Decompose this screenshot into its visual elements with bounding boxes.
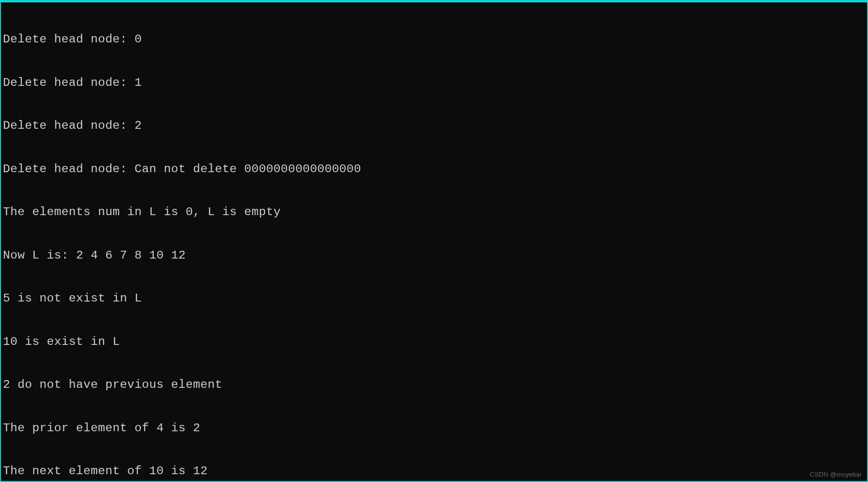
output-line: Delete head node: 2	[3, 119, 865, 133]
output-line: Delete head node: Can not delete 0000000…	[3, 162, 865, 177]
output-line: Now L is: 2 4 6 7 8 10 12	[3, 248, 865, 263]
output-line: The elements num in L is 0, L is empty	[3, 205, 865, 220]
output-line: 5 is not exist in L	[3, 291, 865, 306]
terminal-output: Delete head node: 0 Delete head node: 1 …	[1, 2, 867, 482]
terminal-window[interactable]: Delete head node: 0 Delete head node: 1 …	[0, 0, 868, 482]
output-line: 2 do not have previous element	[3, 378, 865, 392]
output-line: The next element of 10 is 12	[3, 464, 865, 479]
output-line: 10 is exist in L	[3, 335, 865, 349]
output-line: Delete head node: 0	[3, 32, 865, 47]
watermark-text: CSDN @moyebai	[810, 471, 861, 478]
output-line: The prior element of 4 is 2	[3, 421, 865, 436]
output-line: Delete head node: 1	[3, 76, 865, 90]
